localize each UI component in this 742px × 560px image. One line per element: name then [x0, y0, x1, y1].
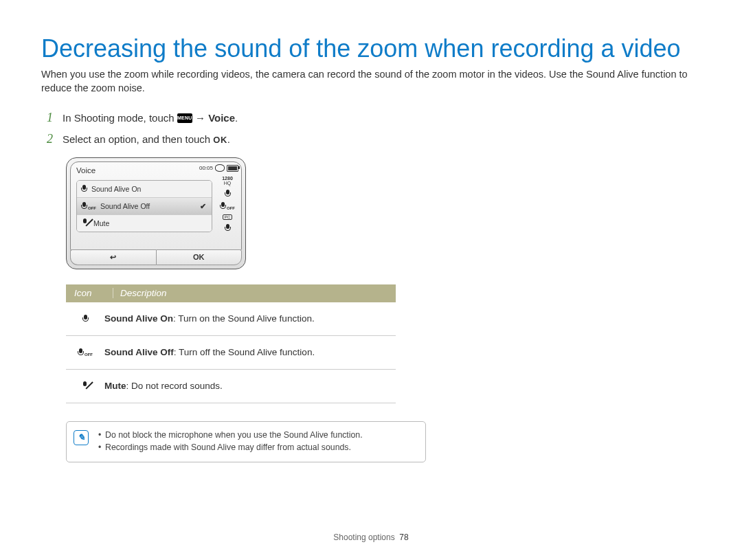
note-list: Do not block the microphone when you use… — [98, 429, 363, 454]
screenshot-right-icons: 1280HQ OFF PC — [218, 176, 236, 232]
step-1: 1 In Shooting mode, touch MENU → Voice. — [47, 111, 701, 125]
option-mute[interactable]: Mute — [77, 215, 212, 232]
camera-ui-screenshot: Voice 00:05 Sound Alive On OFF Sound Ali… — [66, 157, 246, 269]
step-text: Select an option, and then touch OK. — [63, 133, 230, 145]
step-2: 2 Select an option, and then touch OK. — [47, 132, 701, 146]
manual-page: Decreasing the sound of the zoom when re… — [0, 0, 742, 560]
mic-off-icon: OFF — [81, 202, 96, 210]
legend-header: Icon Description — [66, 284, 396, 302]
arrow-icon: → — [195, 112, 208, 124]
legend-row-icon: OFF — [66, 348, 104, 357]
mic-icon — [82, 315, 89, 323]
note-item: Recordings made with Sound Alive may dif… — [98, 441, 363, 453]
indicator-icon — [225, 190, 231, 198]
indicator-icon: PC — [223, 214, 232, 220]
resolution-badge: 1280HQ — [219, 176, 236, 186]
step-1-voice: Voice — [208, 112, 235, 124]
back-button[interactable]: ↩ — [70, 249, 156, 265]
screenshot-body: Voice 00:05 Sound Alive On OFF Sound Ali… — [70, 161, 242, 251]
indicator-icon: OFF — [220, 202, 235, 210]
legend-row-icon — [66, 381, 104, 390]
legend-row: Mute: Do not record sounds. — [66, 370, 396, 403]
note-item: Do not block the microphone when you use… — [98, 429, 363, 441]
mic-mute-icon — [81, 381, 89, 390]
option-sound-alive-off[interactable]: OFF Sound Alive Off ✔ — [77, 198, 212, 215]
storage-icon — [215, 164, 225, 172]
legend-head-desc: Description — [113, 288, 167, 298]
back-icon: ↩ — [110, 253, 116, 262]
rec-time: 00:05 — [199, 165, 213, 171]
check-icon: ✔ — [200, 202, 206, 210]
legend-head-icon: Icon — [66, 288, 113, 298]
footer-page: 78 — [399, 533, 408, 542]
legend-row: Sound Alive On: Turn on the Sound Alive … — [66, 302, 396, 336]
legend-row: OFF Sound Alive Off: Turn off the Sound … — [66, 336, 396, 370]
step-list: 1 In Shooting mode, touch MENU → Voice. … — [47, 111, 701, 146]
option-sound-alive-on[interactable]: Sound Alive On — [77, 181, 212, 198]
option-label: Mute — [93, 219, 109, 227]
page-footer: Shooting options 78 — [0, 533, 742, 542]
step-1-dot: . — [235, 112, 238, 124]
page-title: Decreasing the sound of the zoom when re… — [41, 34, 701, 63]
ok-button[interactable]: OK — [156, 249, 243, 265]
footer-section: Shooting options — [333, 533, 394, 542]
icon-legend-table: Icon Description Sound Alive On: Turn on… — [66, 284, 396, 403]
battery-icon — [227, 165, 238, 172]
option-label: Sound Alive Off — [100, 202, 150, 210]
legend-row-text: Sound Alive Off: Turn off the Sound Aliv… — [104, 347, 396, 357]
menu-icon: MENU — [177, 113, 192, 123]
intro-text: When you use the zoom while recording vi… — [41, 68, 701, 95]
option-label: Sound Alive On — [91, 185, 141, 193]
mic-icon — [81, 185, 87, 193]
screenshot-title: Voice — [76, 166, 95, 175]
legend-row-text: Sound Alive On: Turn on the Sound Alive … — [104, 313, 396, 324]
ok-label: OK — [193, 253, 205, 261]
note-box: ✎ Do not block the microphone when you u… — [66, 421, 426, 463]
screenshot-bottom-bar: ↩ OK — [70, 249, 242, 265]
indicator-icon — [225, 224, 231, 232]
ok-inline-icon: OK — [213, 135, 227, 145]
screenshot-topbar: 00:05 — [199, 162, 241, 173]
step-number: 1 — [47, 111, 56, 125]
mic-off-icon: OFF — [78, 348, 93, 357]
step-text: In Shooting mode, touch MENU → Voice. — [63, 112, 238, 124]
voice-option-list: Sound Alive On OFF Sound Alive Off ✔ Mut… — [76, 180, 212, 232]
step-2-text-pre: Select an option, and then touch — [63, 133, 213, 145]
mic-mute-icon — [81, 219, 89, 227]
step-1-text-pre: In Shooting mode, touch — [63, 112, 177, 124]
legend-row-icon — [66, 315, 104, 323]
step-number: 2 — [47, 132, 56, 146]
note-icon: ✎ — [74, 430, 89, 445]
legend-row-text: Mute: Do not record sounds. — [104, 381, 396, 391]
step-2-dot: . — [227, 133, 230, 145]
